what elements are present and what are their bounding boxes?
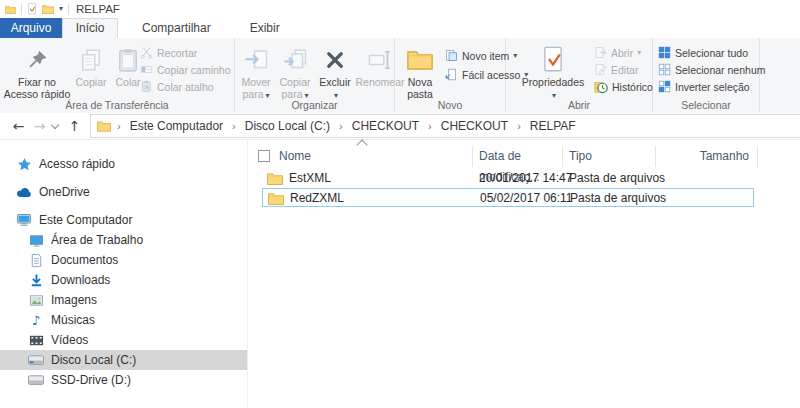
address-folder-icon xyxy=(97,120,111,132)
list-header: Nome Data de modificaç... Tipo Tamanho xyxy=(248,146,800,167)
history-clock-icon xyxy=(594,80,608,94)
folder-icon xyxy=(267,172,283,185)
crumb-separator-icon: › xyxy=(513,120,525,132)
group-label-new: Novo xyxy=(395,99,505,111)
copy-path-icon xyxy=(140,63,153,76)
edit-button[interactable]: Editar xyxy=(594,61,653,78)
sidebar-item-local-disk-c[interactable]: Disco Local (C:) xyxy=(0,350,247,370)
copy-path-button[interactable]: Copiar caminho xyxy=(140,61,231,78)
cut-button[interactable]: Recortar xyxy=(140,44,231,61)
group-label-open: Abrir xyxy=(506,99,652,111)
recent-locations-chevron-icon[interactable] xyxy=(51,121,59,129)
select-none-icon xyxy=(658,63,671,76)
ribbon-group-organize: Mover para▾ Copiar para▾ Excluir▾ Renome… xyxy=(235,38,395,112)
tab-inicio[interactable]: Início xyxy=(62,18,118,38)
desktop-icon xyxy=(28,232,44,248)
ribbon-group-open: Propriedades▾ Abrir ▾ Editar Histórico xyxy=(506,38,653,112)
music-note-icon: ♪ xyxy=(28,312,44,328)
column-header-size[interactable]: Tamanho xyxy=(656,146,758,167)
open-button[interactable]: Abrir ▾ xyxy=(594,44,653,61)
breadcrumb-item[interactable]: CHECKOUT xyxy=(438,119,511,133)
sidebar-item-music[interactable]: ♪ Músicas xyxy=(0,310,247,330)
qat-new-folder-button[interactable] xyxy=(42,4,54,14)
titlebar-divider xyxy=(21,4,22,15)
file-list-pane: Nome Data de modificaç... Tipo Tamanho E… xyxy=(247,140,800,408)
copy-icon xyxy=(79,43,103,76)
crumb-separator-icon: › xyxy=(424,120,436,132)
paste-icon xyxy=(116,43,140,76)
copy-to-button[interactable]: Copiar para▾ xyxy=(275,41,315,100)
sidebar-item-documents[interactable]: Documentos xyxy=(0,250,247,270)
column-header-date-modified[interactable]: Data de modificaç... xyxy=(473,146,563,167)
sidebar-item-this-pc[interactable]: Este Computador xyxy=(0,210,247,230)
pin-to-quick-access-button[interactable]: Fixar no Acesso rápido xyxy=(2,41,72,100)
breadcrumb-item[interactable]: Este Computador xyxy=(127,119,226,133)
qat-properties-button[interactable] xyxy=(27,3,37,15)
new-item-icon xyxy=(445,49,458,62)
crumb-separator-icon: › xyxy=(335,120,347,132)
hard-drive-icon xyxy=(28,352,44,368)
document-icon xyxy=(28,252,44,268)
navigation-pane: Acesso rápido OneDrive Este Computador Á… xyxy=(0,140,247,408)
qat-customize-caret-icon[interactable]: ▾ xyxy=(59,5,63,13)
up-button[interactable]: ↑ xyxy=(64,118,85,134)
picture-icon xyxy=(28,292,44,308)
titlebar-divider xyxy=(68,4,69,15)
sidebar-item-desktop[interactable]: Área de Trabalho xyxy=(0,230,247,250)
sidebar-item-downloads[interactable]: Downloads xyxy=(0,270,247,290)
address-bar: ← → ↑ › Este Computador › Disco Local (C… xyxy=(0,113,800,140)
window-folder-icon xyxy=(5,5,16,14)
hard-drive-icon xyxy=(28,372,44,388)
tab-compartilhar[interactable]: Compartilhar xyxy=(127,18,226,38)
sidebar-item-videos[interactable]: Vídeos xyxy=(0,330,247,350)
download-arrow-icon xyxy=(28,272,44,288)
edit-icon xyxy=(594,63,607,76)
titlebar: ▾ RELPAF xyxy=(0,0,800,18)
file-name: EstXML xyxy=(289,169,331,188)
onedrive-cloud-icon xyxy=(16,184,32,200)
sidebar-item-pictures[interactable]: Imagens xyxy=(0,290,247,310)
paste-shortcut-button[interactable]: Colar atalho xyxy=(140,78,231,95)
back-button[interactable]: ← xyxy=(8,118,29,134)
open-icon xyxy=(594,46,607,59)
file-date-modified: 05/02/2017 06:11 xyxy=(480,189,573,208)
tab-arquivo[interactable]: Arquivo xyxy=(0,18,62,38)
dropdown-caret-icon: ▾ xyxy=(637,49,641,57)
copy-button[interactable]: Copiar xyxy=(72,41,110,88)
select-none-button[interactable]: Selecionar nenhum xyxy=(658,61,765,78)
file-type: Pasta de arquivos xyxy=(569,169,665,188)
file-type: Pasta de arquivos xyxy=(570,189,666,208)
group-label-organize: Organizar xyxy=(235,99,394,111)
ribbon: Fixar no Acesso rápido Copiar Colar Reco… xyxy=(0,38,800,114)
properties-button[interactable]: Propriedades▾ xyxy=(520,41,586,100)
new-folder-icon xyxy=(407,43,433,76)
column-header-name[interactable]: Nome xyxy=(248,146,473,167)
breadcrumb-item[interactable]: RELPAF xyxy=(527,119,579,133)
crumb-separator-icon: › xyxy=(228,120,240,132)
new-folder-button[interactable]: Nova pasta xyxy=(399,41,441,100)
table-row[interactable]: EstXML 20/01/2017 14:47 Pasta de arquivo… xyxy=(262,169,754,188)
select-all-button[interactable]: Selecionar tudo xyxy=(658,44,765,61)
copy-to-icon xyxy=(283,43,307,76)
sidebar-item-quick-access[interactable]: Acesso rápido xyxy=(0,154,247,174)
tab-exibir[interactable]: Exibir xyxy=(235,18,295,38)
history-button[interactable]: Histórico xyxy=(594,78,653,95)
sidebar-item-ssd-drive-d[interactable]: SSD-Drive (D:) xyxy=(0,370,247,390)
column-header-type[interactable]: Tipo xyxy=(563,146,656,167)
star-icon xyxy=(16,156,32,172)
table-row[interactable]: RedZXML 05/02/2017 06:11 Pasta de arquiv… xyxy=(262,188,754,207)
film-icon xyxy=(28,332,44,348)
move-to-button[interactable]: Mover para▾ xyxy=(237,41,275,100)
delete-x-icon xyxy=(325,43,345,76)
forward-button[interactable]: → xyxy=(29,118,50,134)
breadcrumb-item[interactable]: Disco Local (C:) xyxy=(242,119,333,133)
scissors-icon xyxy=(140,46,153,59)
invert-selection-button[interactable]: Inverter seleção xyxy=(658,78,765,95)
properties-icon xyxy=(542,43,564,76)
sidebar-item-onedrive[interactable]: OneDrive xyxy=(0,182,247,202)
breadcrumb[interactable]: › Este Computador › Disco Local (C:) › C… xyxy=(90,114,800,138)
breadcrumb-item[interactable]: CHECKOUT xyxy=(349,119,422,133)
delete-button[interactable]: Excluir▾ xyxy=(315,41,355,100)
group-label-clipboard: Área de Transferência xyxy=(0,99,234,111)
select-all-icon xyxy=(658,46,671,59)
